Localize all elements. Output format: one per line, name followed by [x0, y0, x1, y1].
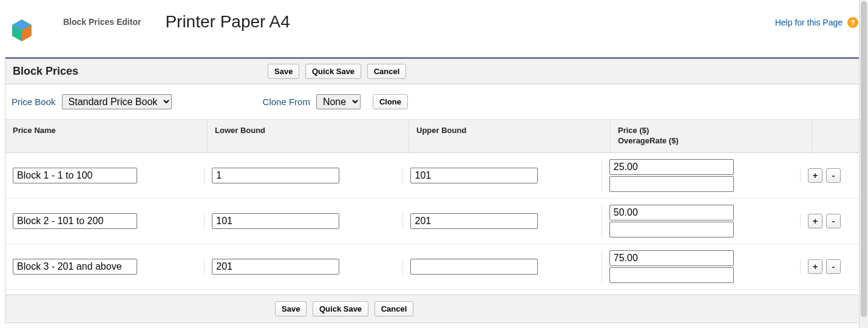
cancel-button[interactable]: Cancel	[367, 64, 407, 79]
lower-bound-input[interactable]	[212, 259, 339, 275]
card-title: Block Prices	[13, 65, 268, 78]
col-lower-bound: Lower Bound	[207, 120, 409, 152]
quick-save-button-bottom[interactable]: Quick Save	[313, 301, 368, 316]
save-button[interactable]: Save	[268, 64, 299, 79]
price-input[interactable]	[609, 159, 734, 175]
save-button-bottom[interactable]: Save	[275, 301, 307, 316]
card-footer: Save Quick Save Cancel	[5, 295, 863, 323]
overage-rate-input[interactable]	[609, 176, 734, 192]
price-input[interactable]	[609, 250, 734, 266]
app-logo-icon	[10, 18, 34, 43]
price-book-select[interactable]: Standard Price Book	[62, 94, 172, 109]
add-row-button[interactable]: +	[808, 214, 822, 228]
upper-bound-input[interactable]	[410, 168, 538, 183]
clone-from-label: Clone From	[263, 97, 310, 107]
lower-bound-input[interactable]	[212, 168, 339, 183]
page-subtitle: Block Prices Editor	[63, 12, 141, 27]
col-upper-bound: Upper Bound	[409, 120, 610, 152]
filter-bar: Price Book Standard Price Book Clone Fro…	[5, 84, 863, 120]
remove-row-button[interactable]: -	[826, 168, 841, 183]
col-price: Price ($) OverageRate ($)	[610, 120, 812, 152]
price-name-input[interactable]	[13, 213, 137, 229]
table-body: +-+-+-	[5, 153, 863, 290]
overage-rate-input[interactable]	[609, 222, 734, 237]
quick-save-button[interactable]: Quick Save	[305, 64, 361, 79]
table-row: +-	[5, 244, 863, 290]
lower-bound-input[interactable]	[212, 213, 339, 229]
help-link[interactable]: Help for this Page	[775, 18, 843, 27]
page-header: Block Prices Editor Printer Paper A4 Hel…	[0, 0, 868, 43]
price-book-label: Price Book	[12, 97, 56, 107]
price-name-input[interactable]	[13, 259, 137, 275]
help-icon[interactable]: ?	[847, 17, 858, 28]
block-prices-card: Block Prices Save Quick Save Cancel Pric…	[5, 57, 863, 323]
bottom-button-bar: Save Quick Save Cancel	[275, 301, 855, 316]
col-actions	[812, 120, 863, 152]
clone-from-select[interactable]: None	[316, 94, 361, 109]
vertical-scrollbar[interactable]	[859, 0, 868, 328]
remove-row-button[interactable]: -	[826, 259, 841, 274]
table-header: Price Name Lower Bound Upper Bound Price…	[5, 120, 863, 153]
help-area: Help for this Page ?	[775, 12, 858, 28]
cancel-button-bottom[interactable]: Cancel	[375, 301, 414, 316]
add-row-button[interactable]: +	[808, 259, 822, 274]
overage-rate-input[interactable]	[609, 267, 734, 283]
add-row-button[interactable]: +	[808, 168, 822, 183]
card-header: Block Prices Save Quick Save Cancel	[5, 59, 863, 84]
upper-bound-input[interactable]	[410, 213, 538, 229]
upper-bound-input[interactable]	[410, 259, 538, 275]
table-row: +-	[5, 199, 863, 244]
price-input[interactable]	[609, 205, 734, 220]
remove-row-button[interactable]: -	[826, 214, 841, 228]
scrollbar-thumb[interactable]	[861, 1, 867, 317]
page-title: Printer Paper A4	[165, 12, 290, 32]
table-row: +-	[5, 153, 863, 199]
price-name-input[interactable]	[13, 168, 137, 183]
col-price-name: Price Name	[5, 120, 207, 152]
top-button-bar: Save Quick Save Cancel	[268, 64, 410, 79]
clone-button[interactable]: Clone	[373, 94, 408, 109]
